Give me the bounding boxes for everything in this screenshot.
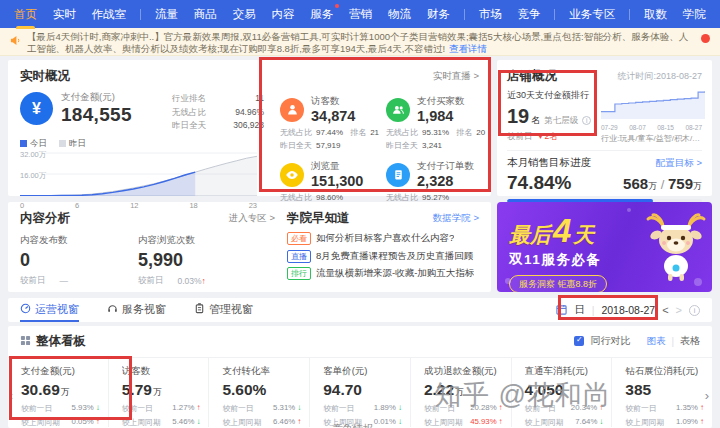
view-tabs: 运营视窗服务视窗管理视窗 — [20, 298, 253, 322]
tab-operations-view[interactable]: 运营视窗 — [20, 298, 79, 322]
megaphone-icon — [10, 32, 21, 50]
tab-service-view[interactable]: 服务视窗 — [107, 298, 166, 322]
chart-view-link[interactable]: 图表 — [646, 335, 665, 348]
up-arrow-icon: ↑ — [499, 417, 503, 426]
x-tick: 08-15 — [657, 124, 674, 131]
nav-item-home[interactable]: 首页 — [12, 0, 39, 29]
info-icon[interactable]: i — [582, 116, 591, 125]
nav-divider — [464, 9, 465, 20]
date-granularity[interactable]: 日 — [574, 303, 585, 317]
shop-level: 第七层级 — [544, 115, 578, 127]
college-link[interactable]: 数据学院 > — [433, 212, 479, 225]
nav-item-service[interactable]: 服务 — [308, 0, 335, 29]
peer-compare-checkbox[interactable] — [574, 336, 584, 346]
payment-amount-icon: ¥ — [20, 92, 53, 125]
announcement-red-dot-icon[interactable] — [701, 34, 710, 43]
realtime-side-stats: 行业排名11 无线占比94.96% 昨日全天306,928 — [172, 92, 264, 133]
up-arrow-icon: ↑ — [700, 403, 704, 412]
shop-title: 店铺概况 — [507, 68, 557, 85]
down-arrow-icon: ↓ — [297, 403, 301, 412]
metric-card-payment-amount[interactable]: 支付金额(元)30.69万较前一日5.93%↓较上周同期0.05%↑ — [8, 358, 108, 427]
pageviews-icon — [280, 163, 304, 187]
nav-item-biz-zone[interactable]: 业务专区 — [567, 0, 617, 29]
nav-item-market[interactable]: 市场 — [477, 0, 504, 29]
metric-card-conversion-rate[interactable]: 支付转化率5.60%较前一日5.31%↓较上周同期6.46%↑ — [208, 358, 309, 427]
x-tick: 6 — [75, 201, 79, 210]
nav-item-finance[interactable]: 财务 — [425, 0, 452, 29]
college-item[interactable]: 排行流量纵横新增来源-收藏-加购五大指标 — [287, 267, 479, 280]
x-tick: 12 — [130, 201, 138, 210]
date-controls: 日 | 2018-08-27 < > i — [556, 303, 700, 317]
realtime-title: 实时概况 — [20, 68, 70, 85]
nav-item-data-extract[interactable]: 取数 — [642, 0, 669, 29]
peer-compare-label: 同行对比 — [590, 334, 630, 348]
rank-value: 19 — [507, 105, 529, 128]
table-view-link[interactable]: 表格 — [680, 334, 700, 348]
y-tick: 32.00万 — [20, 150, 46, 160]
realtime-trend-chart: 32.00万 16.00万 06121823 — [20, 152, 257, 210]
date-value[interactable]: 2018-08-27 — [601, 304, 655, 316]
promo-banner[interactable]: 最后4天 双11服务必备 服务洞察 钜惠8.8折 — [497, 202, 712, 292]
nav-item-college[interactable]: 学院 — [681, 0, 708, 29]
date-prev-arrow[interactable]: < — [662, 304, 668, 316]
yesterday-swatch-icon — [59, 140, 66, 147]
calendar-icon — [556, 304, 567, 317]
management-view-icon — [194, 303, 205, 316]
y-tick: 16.00万 — [20, 171, 46, 181]
up-arrow-icon: ↑ — [202, 276, 206, 286]
article-tag: 必看 — [287, 232, 311, 245]
rank-change: ▼2名 — [537, 131, 558, 143]
metric-card-diamond-spend[interactable]: 钻石展位消耗(元)385较前一日1.35%↑较上周同期1.09%↑ — [611, 358, 712, 427]
info-icon[interactable]: i — [689, 305, 700, 316]
nav-item-logistics[interactable]: 物流 — [386, 0, 413, 29]
nav-item-marketing[interactable]: 营销 — [347, 0, 374, 29]
announcement-bar: 【最后4天倒计时,商家冲刺中..】官方最新效果周报,双11必备营销工具,可实时计… — [0, 28, 720, 56]
realtime-metric-visitors: 访客数34,874无线占比97.44%排名21昨日全天57,919 — [280, 95, 386, 151]
realtime-live-link[interactable]: 实时直播 > — [433, 70, 479, 83]
nav-item-realtime[interactable]: 实时 — [51, 0, 78, 29]
college-item[interactable]: 必看如何分析目标客户喜欢什么内容? — [287, 232, 479, 245]
notification-dot-icon — [335, 4, 339, 8]
metric-card-avg-order-value[interactable]: 客单价(元)94.70较前一日1.89%↓较上周同期0.01%↓ — [309, 358, 410, 427]
tab-management-view[interactable]: 管理视窗 — [194, 298, 253, 322]
nav-item-traffic[interactable]: 流量 — [153, 0, 180, 29]
date-next-arrow[interactable]: > — [676, 304, 682, 316]
nav-item-compete[interactable]: 竞争 — [516, 0, 543, 29]
content-analysis-card: 内容分析 进入专区 > 内容发布数 0 较前日— 内容浏览次数 5,990 较前… — [8, 202, 491, 292]
nav-divider — [629, 9, 630, 20]
cards-next-arrow[interactable]: › — [705, 388, 709, 403]
content-views-stat: 内容浏览次数 5,990 较前日0.03%↑ — [138, 234, 256, 287]
nav-item-content[interactable]: 内容 — [270, 0, 297, 29]
next-section-cut-label: 竞争情报 — [333, 422, 373, 428]
metric-card-visitors[interactable]: 访客数5.79万较前一日1.27%↑较上周同期5.46%↓ — [108, 358, 209, 427]
down-arrow-icon: ↓ — [599, 417, 603, 426]
article-tag: 直播 — [287, 250, 311, 263]
target-progress-values: 568万 / 759万 — [623, 175, 702, 193]
configure-target-link[interactable]: 配置目标 > — [656, 157, 702, 170]
x-axis: 06121823 — [20, 201, 257, 210]
nav-item-war-room[interactable]: 作战室 — [90, 0, 129, 29]
trend-legend: 今日 昨日 — [20, 138, 264, 150]
nav-item-goods[interactable]: 商品 — [192, 0, 219, 29]
announcement-body: 【最后4天倒计时,商家冲刺中..】官方最新效果周报,双11必备营销工具,可实时计… — [27, 31, 688, 54]
industry-label: 行业:玩具/童车/益智/积木/… — [601, 133, 702, 144]
area-chart — [20, 152, 257, 196]
realtime-metric-pay-buyers: 支付买家数1,984无线占比95.31%排名20昨日全天3,241 — [386, 95, 492, 151]
pay-suborders-icon — [386, 163, 410, 187]
x-tick: 18 — [189, 201, 197, 210]
dashboard-grid-icon — [20, 332, 31, 350]
college-article-list: 必看如何分析目标客户喜欢什么内容?直播8月免费直播课程预告及历史直播回顾排行流量… — [287, 232, 479, 280]
deer-mascot — [643, 212, 709, 286]
divider — [507, 150, 702, 151]
nav-item-trade[interactable]: 交易 — [231, 0, 258, 29]
x-tick: 08-27 — [685, 124, 702, 131]
college-item[interactable]: 直播8月免费直播课程预告及历史直播回顾 — [287, 250, 479, 263]
realtime-metrics-grid: 访客数34,874无线占比97.44%排名21昨日全天57,919支付买家数1,… — [264, 87, 492, 216]
cards-prev-arrow[interactable]: ‹ — [9, 388, 13, 403]
content-title: 内容分析 — [20, 210, 70, 227]
college-title: 学院早知道 — [287, 210, 350, 227]
stat-time: 统计时间:2018-08-27 — [617, 70, 702, 83]
announcement-detail-link[interactable]: 查看详情 — [449, 43, 487, 54]
content-zone-link[interactable]: 进入专区 > — [229, 212, 275, 225]
down-arrow-icon: ↓ — [96, 403, 100, 412]
